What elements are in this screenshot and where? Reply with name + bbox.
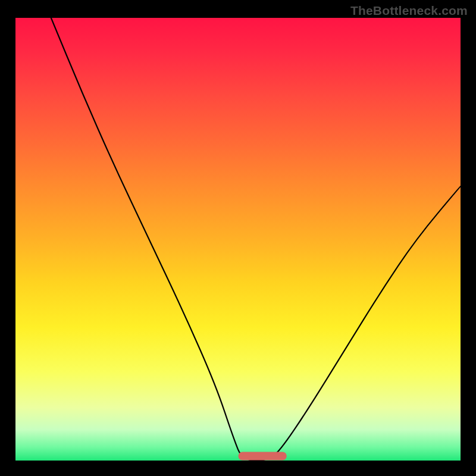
- curve-path: [51, 18, 461, 461]
- chart-frame: TheBottleneck.com: [0, 0, 476, 476]
- watermark-text: TheBottleneck.com: [350, 4, 468, 18]
- plot-area: [15, 18, 461, 461]
- bottleneck-curve: [15, 18, 461, 461]
